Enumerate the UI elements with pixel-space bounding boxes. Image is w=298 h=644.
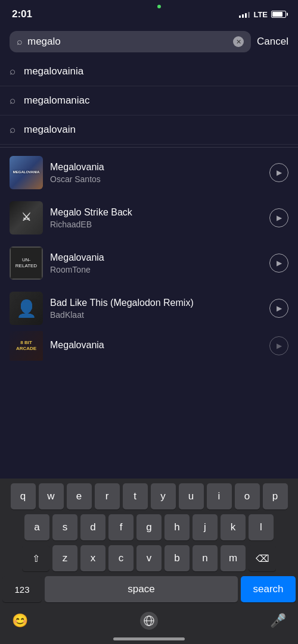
clear-button[interactable]: ✕ <box>233 36 244 47</box>
home-indicator <box>113 637 185 640</box>
key-c[interactable]: c <box>108 545 134 571</box>
globe-button[interactable] <box>140 612 158 630</box>
keyboard: q w e r t y u i o p a s d f g h j k l ⇧ … <box>0 479 298 644</box>
key-y[interactable]: y <box>151 483 176 509</box>
cancel-button[interactable]: Cancel <box>257 36 288 48</box>
key-k[interactable]: k <box>221 514 246 540</box>
album-art-4: 👤 <box>10 292 43 325</box>
search-input-wrapper[interactable]: ⌕ megalo ✕ <box>10 31 251 52</box>
suggestion-item-3[interactable]: ⌕ megalovain <box>0 115 298 145</box>
signal-bars <box>239 11 250 18</box>
key-l[interactable]: l <box>249 514 274 540</box>
album-art-text-2: ⚔ <box>10 201 43 235</box>
song-title-2: Megalo Strike Back <box>50 207 262 218</box>
key-f[interactable]: f <box>108 514 134 540</box>
suggestion-item-2[interactable]: ⌕ megalomaniac <box>0 86 298 115</box>
key-e[interactable]: e <box>67 483 92 509</box>
song-item-3[interactable]: UN-RELATED Megalovania RoomTone ▶ <box>0 240 298 286</box>
song-artist-4: BadKlaat <box>50 310 262 320</box>
section-divider <box>0 147 298 148</box>
key-t[interactable]: t <box>123 483 148 509</box>
status-right: LTE <box>239 10 286 19</box>
suggestion-search-icon-3: ⌕ <box>10 124 15 136</box>
play-button-1[interactable]: ▶ <box>269 163 288 182</box>
key-r[interactable]: r <box>95 483 120 509</box>
album-art-text-5: 8 BITARCADE <box>10 331 43 361</box>
song-title-1: Megalovania <box>50 162 262 173</box>
song-info-4: Bad Like This (Megalodon Remix) BadKlaat <box>50 298 262 320</box>
key-h[interactable]: h <box>164 514 190 540</box>
song-item-4[interactable]: 👤 Bad Like This (Megalodon Remix) BadKla… <box>0 286 298 331</box>
key-n[interactable]: n <box>193 545 218 571</box>
key-123[interactable]: 123 <box>2 576 42 602</box>
play-button-2[interactable]: ▶ <box>269 208 288 227</box>
play-button-5[interactable]: ▶ <box>269 336 288 355</box>
key-a[interactable]: a <box>24 514 49 540</box>
backspace-key[interactable]: ⌫ <box>249 545 276 571</box>
song-info-2: Megalo Strike Back RichaadEB <box>50 207 262 229</box>
suggestion-text-2: megalomaniac <box>24 95 90 107</box>
song-info-5: Megalovania <box>50 340 262 352</box>
battery-fill <box>272 12 283 17</box>
keyboard-bottom-row: 123 space search <box>2 576 296 607</box>
key-s[interactable]: s <box>52 514 77 540</box>
album-art-2: ⚔ <box>10 201 43 235</box>
key-p[interactable]: p <box>263 483 288 509</box>
signal-bar-2 <box>242 14 244 18</box>
battery-icon <box>271 11 286 18</box>
status-bar: 2:01 LTE <box>0 0 298 26</box>
key-b[interactable]: b <box>164 545 190 571</box>
key-o[interactable]: o <box>235 483 260 509</box>
album-art-5: 8 BITARCADE <box>10 331 43 361</box>
search-key[interactable]: search <box>241 576 296 602</box>
song-item-5[interactable]: 8 BITARCADE Megalovania ▶ <box>0 331 298 361</box>
signal-bar-4 <box>248 12 250 18</box>
suggestion-item-1[interactable]: ⌕ megalovainia <box>0 57 298 86</box>
signal-bar-3 <box>245 13 247 18</box>
search-input[interactable]: megalo <box>27 36 228 48</box>
shift-key[interactable]: ⇧ <box>22 545 49 571</box>
globe-icon <box>143 615 155 627</box>
play-button-4[interactable]: ▶ <box>269 299 288 318</box>
dictation-button[interactable]: 🎤 <box>270 613 286 629</box>
key-z[interactable]: z <box>52 545 77 571</box>
search-bar-container: ⌕ megalo ✕ Cancel <box>0 26 298 57</box>
album-art-text-1: MEGALOVANIA <box>10 156 43 189</box>
key-u[interactable]: u <box>179 483 204 509</box>
song-title-5: Megalovania <box>50 340 262 351</box>
suggestion-text-1: megalovainia <box>24 65 83 77</box>
song-results: MEGALOVANIA Megalovania Oscar Santos ▶ ⚔… <box>0 150 298 361</box>
emoji-button[interactable]: 😊 <box>12 613 28 629</box>
key-m[interactable]: m <box>221 545 246 571</box>
song-artist-3: RoomTone <box>50 265 262 274</box>
keyboard-row-1: q w e r t y u i o p <box>2 483 296 509</box>
lte-label: LTE <box>253 10 268 19</box>
key-i[interactable]: i <box>207 483 232 509</box>
keyboard-row-2: a s d f g h j k l <box>2 514 296 540</box>
suggestion-search-icon-1: ⌕ <box>10 65 15 77</box>
suggestion-search-icon-2: ⌕ <box>10 95 15 107</box>
suggestion-text-3: megalovain <box>24 124 76 136</box>
suggestions-list: ⌕ megalovainia ⌕ megalomaniac ⌕ megalova… <box>0 57 298 145</box>
song-title-4: Bad Like This (Megalodon Remix) <box>50 298 262 308</box>
song-item-1[interactable]: MEGALOVANIA Megalovania Oscar Santos ▶ <box>0 150 298 195</box>
key-x[interactable]: x <box>80 545 105 571</box>
key-j[interactable]: j <box>193 514 218 540</box>
song-item-2[interactable]: ⚔ Megalo Strike Back RichaadEB ▶ <box>0 195 298 240</box>
key-w[interactable]: w <box>39 483 64 509</box>
song-artist-2: RichaadEB <box>50 220 262 229</box>
search-icon: ⌕ <box>17 36 23 47</box>
song-artist-1: Oscar Santos <box>50 174 262 184</box>
album-art-text-3: UN-RELATED <box>10 247 42 279</box>
album-art-3: UN-RELATED <box>10 246 43 280</box>
key-d[interactable]: d <box>80 514 105 540</box>
song-info-3: Megalovania RoomTone <box>50 252 262 274</box>
signal-bar-1 <box>239 15 241 18</box>
key-v[interactable]: v <box>136 545 162 571</box>
song-title-3: Megalovania <box>50 252 262 263</box>
play-button-3[interactable]: ▶ <box>269 254 288 273</box>
space-key[interactable]: space <box>45 576 238 602</box>
key-q[interactable]: q <box>11 483 36 509</box>
key-g[interactable]: g <box>136 514 162 540</box>
song-info-1: Megalovania Oscar Santos <box>50 162 262 184</box>
